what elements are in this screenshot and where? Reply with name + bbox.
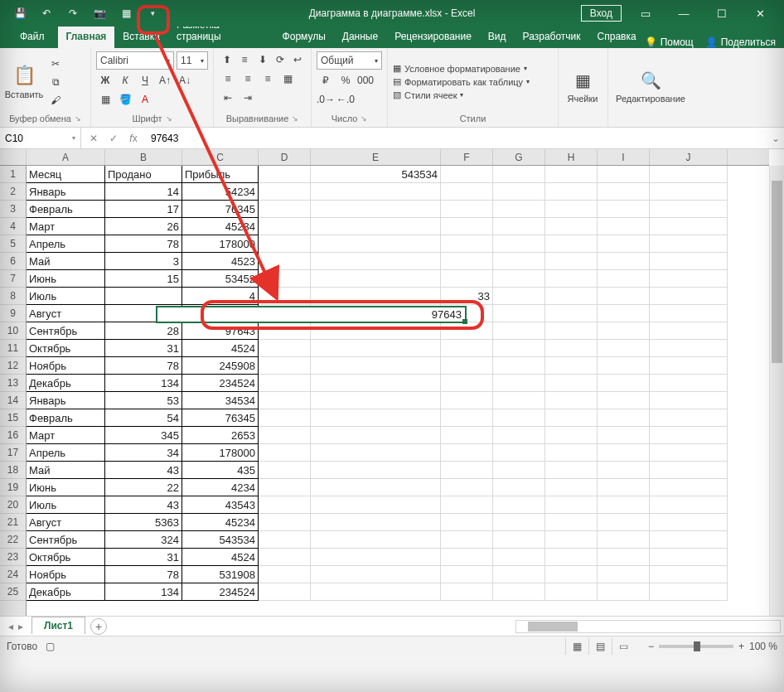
cell[interactable] [493,235,545,253]
cell[interactable] [441,479,493,496]
cell[interactable]: 134 [105,583,182,601]
cell[interactable] [650,566,728,583]
cell[interactable]: 4524 [182,549,259,566]
cell[interactable] [493,166,545,183]
cell[interactable] [545,270,598,288]
borders-icon[interactable]: ▦ [96,91,114,108]
cell[interactable] [545,322,598,340]
cell[interactable]: 78 [105,235,182,253]
add-sheet-icon[interactable]: + [90,618,107,635]
cell[interactable]: 43543 [182,496,259,514]
cell[interactable] [598,514,650,531]
cell[interactable] [650,531,728,549]
align-center-icon[interactable]: ≡ [239,70,257,87]
cell[interactable] [311,496,441,514]
cell[interactable] [259,183,311,201]
cell[interactable] [545,201,598,218]
cell[interactable]: 33 [441,288,493,305]
increase-indent-icon[interactable]: ⇥ [239,90,257,106]
cell[interactable]: 54 [105,409,182,427]
cell[interactable]: 28 [105,322,182,340]
view-page-layout-icon[interactable]: ▤ [588,638,612,655]
cell[interactable] [441,201,493,218]
cell[interactable] [545,566,598,583]
sheet-next-icon[interactable]: ▸ [18,621,23,632]
chevron-down-icon[interactable]: ▾ [460,91,463,99]
cell[interactable]: Сентябрь [27,531,105,549]
cell[interactable]: 234524 [182,375,259,392]
col-header-J[interactable]: J [650,149,728,165]
cell[interactable] [311,566,441,583]
zoom-in-icon[interactable]: + [738,641,744,652]
cell[interactable] [598,496,650,514]
row-header-18[interactable]: 18 [0,462,26,479]
cell[interactable]: Ноябрь [27,566,105,583]
cell[interactable] [598,444,650,462]
cell[interactable] [545,253,598,270]
cell[interactable]: 234524 [182,583,259,601]
tab-insert[interactable]: Вставка [114,27,168,48]
col-header-B[interactable]: B [105,149,182,165]
select-all-corner[interactable] [0,149,27,166]
cell[interactable] [598,340,650,357]
cell[interactable]: 3 [105,253,182,270]
increase-decimal-icon[interactable]: .0→ [317,91,335,108]
merge-cells-icon[interactable]: ▦ [278,70,297,87]
col-header-D[interactable]: D [259,149,311,165]
cell[interactable] [259,514,311,531]
cell[interactable]: Декабрь [27,375,105,392]
cell[interactable] [259,549,311,566]
cell[interactable]: Май [27,253,105,270]
cancel-edit-icon[interactable]: ✕ [85,133,103,144]
cell[interactable] [311,514,441,531]
cell[interactable] [259,409,311,427]
cell[interactable]: 5363 [105,514,182,531]
align-left-icon[interactable]: ≡ [219,70,237,87]
cell[interactable] [311,218,441,235]
cell[interactable] [598,427,650,444]
cell[interactable]: Декабрь [27,583,105,601]
row-header-8[interactable]: 8 [0,288,26,305]
cell[interactable]: 54234 [182,183,259,201]
cell[interactable] [598,218,650,235]
cell[interactable]: Июль [27,496,105,514]
zoom-slider[interactable] [659,645,733,648]
row-header-1[interactable]: 1 [0,166,26,183]
fill-color-icon[interactable]: 🪣 [116,91,134,108]
row-header-17[interactable]: 17 [0,444,26,462]
cell[interactable] [598,392,650,409]
cell[interactable]: 4234 [182,479,259,496]
cell[interactable] [545,462,598,479]
cell[interactable]: Месяц [27,166,105,183]
share-button[interactable]: 👤Поделиться [705,36,776,48]
cell[interactable] [493,462,545,479]
cell[interactable]: Январь [27,392,105,409]
cells-button[interactable]: ▦Ячейки [564,60,602,114]
cell[interactable]: 4523 [182,253,259,270]
row-header-2[interactable]: 2 [0,183,26,201]
cell[interactable] [311,549,441,566]
cell[interactable] [259,479,311,496]
row-header-20[interactable]: 20 [0,496,26,514]
cell[interactable]: Март [27,218,105,235]
chevron-down-icon[interactable]: ▾ [524,65,527,72]
cell[interactable] [259,375,311,392]
cell[interactable] [650,357,728,375]
cell[interactable] [311,288,441,305]
cell[interactable] [650,183,728,201]
cell[interactable]: 14 [105,183,182,201]
font-color-icon[interactable]: A [136,91,154,108]
cell[interactable] [650,583,728,601]
cell[interactable]: 4524 [182,340,259,357]
cell[interactable] [493,531,545,549]
cell[interactable] [441,392,493,409]
cell[interactable] [441,531,493,549]
wrap-text-icon[interactable]: ↩ [290,51,306,68]
cell[interactable]: Октябрь [27,340,105,357]
cell[interactable] [441,340,493,357]
cell[interactable] [598,305,650,322]
row-header-12[interactable]: 12 [0,357,26,375]
cell[interactable] [441,270,493,288]
row-header-23[interactable]: 23 [0,549,26,566]
cells-area[interactable]: МесяцПроданоПрибыль543534Январь1454234Фе… [27,166,769,616]
